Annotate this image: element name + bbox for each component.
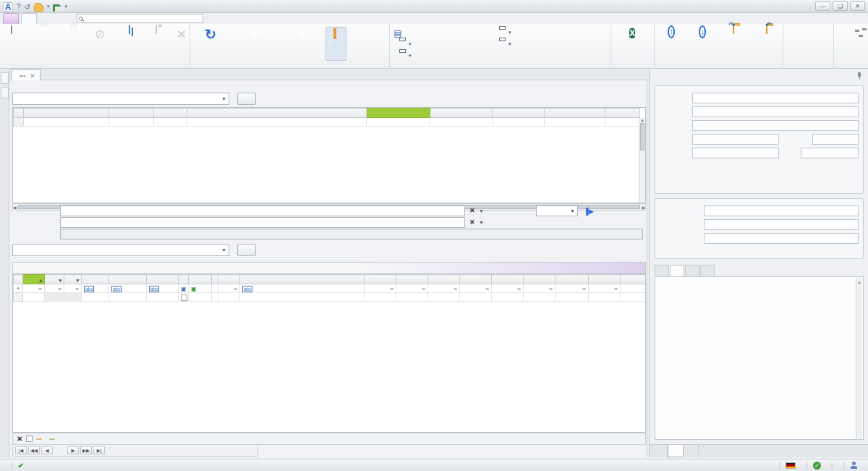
col-einheit[interactable] bbox=[154, 109, 187, 118]
next-record-button[interactable]: ▶ bbox=[67, 446, 79, 454]
col-reb[interactable] bbox=[82, 275, 109, 284]
aufmass-leeren-button[interactable] bbox=[237, 244, 256, 256]
save-icon[interactable] bbox=[53, 4, 61, 12]
druck-massen-mit-formular-button[interactable]: ▾ bbox=[490, 38, 606, 49]
col-oz[interactable] bbox=[24, 109, 109, 118]
cell-text[interactable] bbox=[240, 293, 365, 302]
cell-ergebnis[interactable] bbox=[556, 293, 589, 302]
col-mark[interactable] bbox=[109, 109, 154, 118]
einheit-field[interactable] bbox=[812, 134, 859, 145]
cell-hoehe[interactable] bbox=[524, 293, 556, 302]
excel-export-button[interactable] bbox=[612, 25, 652, 61]
cell-position[interactable] bbox=[109, 293, 147, 302]
tab-notiz-extern[interactable] bbox=[700, 265, 715, 276]
abbrechen-button[interactable] bbox=[84, 25, 116, 61]
first-record-button[interactable]: |◀ bbox=[15, 446, 27, 454]
lv-search-input[interactable]: ▼ bbox=[12, 93, 229, 105]
langtext-area[interactable]: ▲ bbox=[655, 276, 864, 440]
cell-formel[interactable] bbox=[189, 293, 212, 302]
druck-massen-button[interactable]: ▾ bbox=[391, 38, 490, 49]
col-variable3[interactable] bbox=[428, 275, 460, 284]
close-tab-icon[interactable]: ✕ bbox=[30, 72, 35, 80]
tab-addone[interactable] bbox=[3, 13, 19, 24]
close-filter-icon[interactable]: ✕ bbox=[17, 435, 22, 443]
unterauftrag-field[interactable] bbox=[60, 217, 465, 228]
cell-z[interactable] bbox=[212, 293, 218, 302]
oz-field[interactable] bbox=[692, 93, 859, 103]
close-button[interactable]: ✕ bbox=[850, 1, 865, 11]
col-k[interactable] bbox=[179, 275, 189, 284]
gp-field[interactable] bbox=[801, 148, 859, 158]
einstellungen-button[interactable] bbox=[835, 25, 868, 61]
col-nr[interactable]: ▾ bbox=[64, 275, 82, 284]
cell-faktor[interactable] bbox=[218, 293, 240, 302]
filter-row[interactable]: ▾ bbox=[14, 284, 646, 293]
col-gp-auf[interactable] bbox=[605, 109, 640, 118]
col-name[interactable] bbox=[187, 109, 367, 118]
col-hoehe[interactable] bbox=[524, 275, 556, 284]
tab-bilder[interactable] bbox=[684, 445, 699, 457]
col-text[interactable] bbox=[240, 275, 365, 284]
doc-tab-aufmasseditor[interactable]: ⊷✕ bbox=[11, 69, 41, 80]
about-icon[interactable]: ? bbox=[17, 3, 21, 11]
filter-equals-icon[interactable] bbox=[234, 286, 237, 292]
prev-record-button[interactable]: ◀ bbox=[41, 446, 53, 454]
col-z[interactable] bbox=[212, 275, 218, 284]
filter-field-token[interactable] bbox=[36, 438, 42, 440]
chevron-down-icon[interactable]: ▼ bbox=[221, 247, 226, 253]
einfuegen-button[interactable] bbox=[143, 25, 169, 61]
clear-field-icon[interactable]: ✕ bbox=[469, 207, 475, 214]
cell-messtext[interactable] bbox=[147, 293, 179, 302]
chevron-down-icon[interactable]: ▼ bbox=[221, 96, 226, 101]
tab-notiz-intern[interactable] bbox=[685, 265, 699, 276]
tab-details[interactable] bbox=[652, 445, 668, 457]
lv-vertical-scrollbar[interactable]: ▲ bbox=[639, 118, 645, 203]
cell-k[interactable] bbox=[179, 293, 189, 302]
aufmass-row[interactable] bbox=[14, 293, 646, 302]
col-variable5[interactable] bbox=[492, 275, 524, 284]
cell-variable5[interactable] bbox=[492, 293, 524, 302]
filter-text-icon[interactable] bbox=[111, 286, 122, 292]
cell-me-auf[interactable] bbox=[430, 118, 493, 127]
col-variable1[interactable] bbox=[365, 275, 396, 284]
col-faktor[interactable] bbox=[218, 275, 240, 284]
filter-enabled-checkbox[interactable] bbox=[26, 436, 33, 442]
aktualisieren-button[interactable] bbox=[191, 25, 230, 61]
open-dropdown-icon[interactable]: ▾ bbox=[47, 4, 50, 9]
ha-lv-anzeigen-button[interactable] bbox=[328, 40, 344, 51]
titel-field[interactable] bbox=[692, 120, 859, 131]
chevron-down-icon[interactable]: ▼ bbox=[570, 208, 575, 213]
vorheriges-element-button[interactable] bbox=[655, 25, 687, 61]
ep-field[interactable] bbox=[692, 148, 779, 158]
lv-leeren-button[interactable] bbox=[237, 93, 256, 105]
erfuellung-field[interactable] bbox=[704, 233, 859, 244]
aufmass-gp-field[interactable] bbox=[704, 219, 859, 230]
col-hilfswert[interactable] bbox=[589, 275, 621, 284]
col-formel[interactable] bbox=[189, 275, 212, 284]
prev-page-button[interactable]: ◀◀ bbox=[28, 446, 40, 454]
cell-ep-lv[interactable] bbox=[493, 118, 545, 127]
ribbon-search-input[interactable] bbox=[77, 14, 203, 23]
cell-einheit[interactable] bbox=[154, 118, 187, 127]
alle-schliessen-button[interactable] bbox=[749, 25, 784, 61]
col-kreis[interactable]: ▴ bbox=[23, 275, 45, 284]
alle-oeffnen-button[interactable] bbox=[718, 25, 749, 61]
naechstes-element-button[interactable] bbox=[687, 25, 718, 61]
col-b[interactable]: ▾ bbox=[45, 275, 64, 284]
checkbox[interactable] bbox=[181, 294, 187, 301]
filter-equals-icon[interactable] bbox=[582, 286, 586, 292]
filter-equals-icon[interactable] bbox=[58, 286, 61, 292]
tab-verwandt[interactable] bbox=[56, 13, 70, 24]
col-variable2[interactable] bbox=[396, 275, 428, 284]
filter-text-icon[interactable] bbox=[84, 286, 94, 292]
open-icon[interactable] bbox=[34, 5, 43, 12]
expressdruck-button[interactable] bbox=[391, 27, 490, 38]
col-ep-lv[interactable] bbox=[493, 109, 545, 118]
col-messtext[interactable] bbox=[147, 275, 179, 284]
scrollbar[interactable]: ▲ bbox=[856, 278, 862, 438]
cell-variable4[interactable] bbox=[460, 293, 492, 302]
next-page-button[interactable]: ▶▶ bbox=[80, 446, 92, 454]
filter-equals-icon[interactable] bbox=[517, 286, 521, 292]
restore-button[interactable]: ❏ bbox=[833, 1, 848, 11]
cell-oz[interactable] bbox=[24, 118, 109, 127]
